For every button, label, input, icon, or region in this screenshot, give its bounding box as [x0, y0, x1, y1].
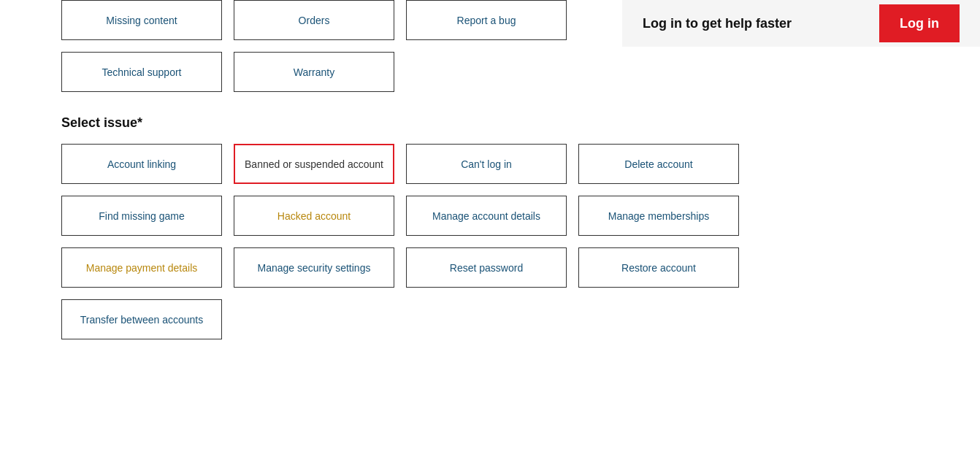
btn-warranty[interactable]: Warranty — [234, 52, 394, 92]
issues-row1: Account linking Banned or suspended acco… — [61, 144, 919, 184]
issues-row3: Manage payment details Manage security s… — [61, 247, 919, 288]
btn-missing-content[interactable]: Missing content — [61, 0, 222, 40]
btn-manage-payment-details[interactable]: Manage payment details — [61, 247, 222, 288]
btn-manage-memberships[interactable]: Manage memberships — [578, 196, 739, 236]
btn-account-linking[interactable]: Account linking — [61, 144, 222, 184]
page-wrapper: Log in to get help faster Log in Missing… — [0, 0, 980, 465]
btn-banned-suspended[interactable]: Banned or suspended account — [234, 144, 394, 184]
btn-orders[interactable]: Orders — [234, 0, 394, 40]
login-button[interactable]: Log in — [879, 4, 960, 42]
login-panel: Log in to get help faster Log in — [622, 0, 980, 47]
btn-manage-account-details[interactable]: Manage account details — [406, 196, 567, 236]
btn-find-missing-game[interactable]: Find missing game — [61, 196, 222, 236]
issues-row2: Find missing game Hacked account Manage … — [61, 196, 919, 236]
top-buttons-row2: Technical support Warranty — [61, 52, 919, 92]
section-label: Select issue* — [61, 115, 919, 131]
btn-hacked-account[interactable]: Hacked account — [234, 196, 394, 236]
btn-report-a-bug[interactable]: Report a bug — [406, 0, 567, 40]
btn-reset-password[interactable]: Reset password — [406, 247, 567, 288]
issues-row4: Transfer between accounts — [61, 299, 919, 339]
btn-delete-account[interactable]: Delete account — [578, 144, 739, 184]
btn-transfer-between-accounts[interactable]: Transfer between accounts — [61, 299, 222, 339]
main-content: Missing content Orders Report a bug Tech… — [0, 0, 980, 465]
login-panel-text: Log in to get help faster — [643, 16, 792, 31]
btn-manage-security-settings[interactable]: Manage security settings — [234, 247, 394, 288]
btn-technical-support[interactable]: Technical support — [61, 52, 222, 92]
btn-cant-log-in[interactable]: Can't log in — [406, 144, 567, 184]
btn-restore-account[interactable]: Restore account — [578, 247, 739, 288]
